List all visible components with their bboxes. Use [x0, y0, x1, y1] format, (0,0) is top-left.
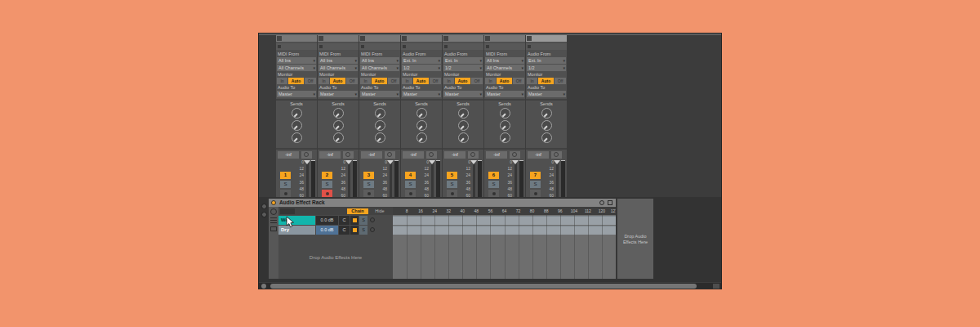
scrollbar-button-icon[interactable] — [261, 284, 266, 289]
send-b-knob[interactable] — [541, 120, 552, 131]
send-a-knob[interactable] — [500, 108, 510, 119]
input-channel-select[interactable]: All Channels▾ — [360, 65, 399, 71]
hide-button[interactable]: Hide — [370, 208, 390, 214]
arm-button[interactable] — [280, 190, 291, 197]
volume-value[interactable]: -inf — [486, 151, 507, 159]
track-title-bar[interactable] — [401, 35, 442, 42]
track-activator-button[interactable]: 7 — [530, 172, 541, 179]
track-activator-button[interactable]: 5 — [447, 172, 457, 179]
fader-handle-icon[interactable] — [387, 160, 394, 164]
input-type-select[interactable]: All Ins▾ — [360, 57, 399, 64]
clip-slot[interactable] — [318, 43, 359, 50]
clip-slot[interactable] — [276, 43, 317, 50]
chain-select-button[interactable]: Chain — [347, 208, 368, 214]
input-channel-select[interactable]: All Channels▾ — [277, 65, 316, 71]
output-select[interactable]: Master▾ — [443, 91, 483, 97]
track-title-bar[interactable] — [359, 35, 400, 42]
pan-knob[interactable] — [468, 151, 479, 159]
pan-knob[interactable] — [426, 151, 437, 159]
chain-drop-area[interactable]: Drop Audio Effects Here — [278, 235, 393, 279]
fader-handle-icon[interactable] — [304, 160, 310, 164]
fader-handle-icon[interactable] — [554, 160, 560, 164]
arm-button[interactable] — [363, 190, 374, 197]
volume-value[interactable]: -inf — [528, 151, 549, 159]
output-select[interactable]: Master▾ — [485, 91, 524, 97]
volume-fader[interactable] — [306, 160, 309, 198]
send-c-knob[interactable] — [375, 132, 385, 143]
chain-list-header-box[interactable] — [280, 208, 295, 214]
send-b-knob[interactable] — [458, 120, 469, 131]
monitor-auto-button[interactable]: Auto — [413, 78, 429, 84]
fader-handle-icon[interactable] — [512, 160, 519, 164]
clip-slot[interactable] — [359, 43, 400, 50]
monitor-auto-button[interactable]: Auto — [372, 78, 387, 84]
arm-button[interactable] — [322, 190, 332, 197]
chain-volume[interactable]: 0.0 dB — [316, 216, 338, 225]
monitor-auto-button[interactable]: Auto — [330, 78, 345, 84]
send-b-knob[interactable] — [292, 120, 302, 131]
show-chain-list-icon[interactable] — [270, 217, 277, 223]
input-channel-select[interactable]: All Channels▾ — [485, 65, 524, 71]
clip-slot[interactable] — [401, 43, 442, 50]
volume-fader[interactable] — [556, 160, 559, 198]
output-select[interactable]: Master▾ — [527, 91, 566, 97]
input-type-select[interactable]: All Ins▾ — [277, 57, 316, 64]
monitor-in-button[interactable]: In — [443, 78, 454, 84]
track-activator-button[interactable]: 4 — [405, 172, 416, 179]
output-select[interactable]: Master▾ — [277, 91, 316, 97]
horizontal-scrollbar[interactable] — [259, 283, 721, 289]
pan-knob[interactable] — [301, 151, 312, 159]
track-activator-button[interactable]: 1 — [280, 172, 291, 179]
fader-handle-icon[interactable] — [345, 160, 352, 164]
volume-value[interactable]: -inf — [278, 151, 299, 159]
chain-row[interactable]: Wet 0.0 dB C S — [278, 216, 393, 225]
send-b-knob[interactable] — [500, 120, 510, 131]
monitor-off-button[interactable]: Off — [388, 78, 399, 84]
send-c-knob[interactable] — [458, 132, 469, 143]
volume-value[interactable]: -inf — [319, 151, 341, 159]
volume-fader[interactable] — [431, 160, 434, 198]
chain-activator-button[interactable] — [350, 216, 359, 225]
monitor-in-button[interactable]: In — [485, 78, 496, 84]
arm-button[interactable] — [405, 190, 416, 197]
input-type-select[interactable]: All Ins▾ — [485, 57, 524, 64]
chain-activator-button[interactable] — [350, 226, 359, 235]
monitor-auto-button[interactable]: Auto — [538, 78, 554, 84]
fader-handle-icon[interactable] — [429, 160, 435, 164]
volume-fader[interactable] — [473, 160, 475, 198]
output-select[interactable]: Master▾ — [318, 91, 358, 97]
zone-ruler[interactable]: 81624324048566472808896104112120127 — [393, 207, 616, 215]
input-channel-select[interactable]: 1/2▾ — [527, 65, 566, 71]
track-activator-button[interactable]: 3 — [363, 172, 374, 179]
input-type-select[interactable]: Ext. In▾ — [527, 57, 566, 64]
hot-swap-icon[interactable] — [599, 200, 604, 205]
send-a-knob[interactable] — [333, 108, 344, 119]
device-activator-icon[interactable] — [271, 200, 276, 205]
solo-button[interactable]: S — [488, 181, 499, 188]
track-title-bar[interactable] — [276, 35, 317, 42]
input-channel-select[interactable]: 1/2▾ — [402, 65, 441, 71]
chain-pan[interactable]: C — [339, 216, 350, 225]
solo-button[interactable]: S — [280, 181, 291, 188]
pan-knob[interactable] — [510, 151, 520, 159]
pan-knob[interactable] — [385, 151, 395, 159]
fader-handle-icon[interactable] — [470, 160, 477, 164]
chain-pan[interactable]: C — [339, 226, 350, 235]
send-a-knob[interactable] — [416, 108, 427, 119]
monitor-in-button[interactable]: In — [360, 78, 371, 84]
volume-value[interactable]: -inf — [403, 151, 424, 159]
monitor-off-button[interactable]: Off — [471, 78, 483, 84]
pan-knob[interactable] — [551, 151, 562, 159]
device-view-tab-icon[interactable] — [261, 204, 267, 209]
volume-fader[interactable] — [514, 160, 517, 198]
chain-name[interactable]: Wet — [278, 216, 315, 225]
monitor-auto-button[interactable]: Auto — [455, 78, 470, 84]
device-view-tab-icon[interactable] — [261, 212, 267, 217]
monitor-in-button[interactable]: In — [318, 78, 329, 84]
arm-button[interactable] — [447, 190, 457, 197]
chain-solo-button[interactable]: S — [359, 226, 368, 235]
monitor-in-button[interactable]: In — [527, 78, 537, 84]
show-macros-icon[interactable] — [270, 208, 277, 215]
clip-slot[interactable] — [526, 43, 567, 50]
arm-button[interactable] — [488, 190, 499, 197]
